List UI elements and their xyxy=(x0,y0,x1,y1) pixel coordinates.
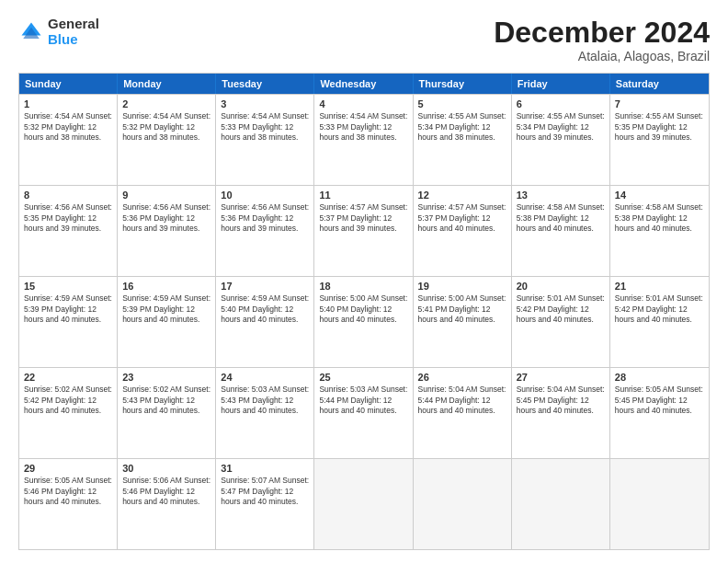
week-row-4: 22 Sunrise: 5:02 AM Sunset: 5:42 PM Dayl… xyxy=(19,367,709,458)
day-23: 23 Sunrise: 5:02 AM Sunset: 5:43 PM Dayl… xyxy=(118,368,216,458)
calendar-body: 1 Sunrise: 4:54 AM Sunset: 5:32 PM Dayli… xyxy=(19,94,709,549)
header-tuesday: Tuesday xyxy=(216,74,314,94)
day-4: 4 Sunrise: 4:54 AM Sunset: 5:33 PM Dayli… xyxy=(314,95,413,185)
day-29: 29 Sunrise: 5:05 AM Sunset: 5:46 PM Dayl… xyxy=(19,459,118,549)
logo: General Blue xyxy=(18,17,99,47)
day-13: 13 Sunrise: 4:58 AM Sunset: 5:38 PM Dayl… xyxy=(512,186,610,276)
empty-cell-3 xyxy=(512,459,610,549)
day-5: 5 Sunrise: 4:55 AM Sunset: 5:34 PM Dayli… xyxy=(414,95,512,185)
day-12: 12 Sunrise: 4:57 AM Sunset: 5:37 PM Dayl… xyxy=(414,186,512,276)
title-block: December 2024 Atalaia, Alagoas, Brazil xyxy=(494,17,710,63)
header: General Blue December 2024 Atalaia, Alag… xyxy=(18,17,710,63)
page: General Blue December 2024 Atalaia, Alag… xyxy=(0,0,728,563)
header-thursday: Thursday xyxy=(414,74,512,94)
day-9: 9 Sunrise: 4:56 AM Sunset: 5:36 PM Dayli… xyxy=(118,186,216,276)
day-18: 18 Sunrise: 5:00 AM Sunset: 5:40 PM Dayl… xyxy=(314,277,413,367)
week-row-3: 15 Sunrise: 4:59 AM Sunset: 5:39 PM Dayl… xyxy=(19,276,709,367)
day-10: 10 Sunrise: 4:56 AM Sunset: 5:36 PM Dayl… xyxy=(216,186,314,276)
week-row-2: 8 Sunrise: 4:56 AM Sunset: 5:35 PM Dayli… xyxy=(19,185,709,276)
day-3: 3 Sunrise: 4:54 AM Sunset: 5:33 PM Dayli… xyxy=(216,95,314,185)
header-sunday: Sunday xyxy=(19,74,118,94)
week-row-1: 1 Sunrise: 4:54 AM Sunset: 5:32 PM Dayli… xyxy=(19,94,709,185)
logo-icon xyxy=(18,19,44,45)
day-19: 19 Sunrise: 5:00 AM Sunset: 5:41 PM Dayl… xyxy=(414,277,512,367)
empty-cell-4 xyxy=(610,459,709,549)
empty-cell-1 xyxy=(314,459,413,549)
day-15: 15 Sunrise: 4:59 AM Sunset: 5:39 PM Dayl… xyxy=(19,277,118,367)
logo-general-text: General xyxy=(48,17,99,32)
day-1: 1 Sunrise: 4:54 AM Sunset: 5:32 PM Dayli… xyxy=(19,95,118,185)
day-7: 7 Sunrise: 4:55 AM Sunset: 5:35 PM Dayli… xyxy=(610,95,709,185)
calendar: Sunday Monday Tuesday Wednesday Thursday… xyxy=(18,73,710,550)
empty-cell-2 xyxy=(414,459,512,549)
day-30: 30 Sunrise: 5:06 AM Sunset: 5:46 PM Dayl… xyxy=(118,459,216,549)
month-title: December 2024 xyxy=(494,17,710,49)
day-11: 11 Sunrise: 4:57 AM Sunset: 5:37 PM Dayl… xyxy=(314,186,413,276)
day-25: 25 Sunrise: 5:03 AM Sunset: 5:44 PM Dayl… xyxy=(314,368,413,458)
day-6: 6 Sunrise: 4:55 AM Sunset: 5:34 PM Dayli… xyxy=(512,95,610,185)
day-17: 17 Sunrise: 4:59 AM Sunset: 5:40 PM Dayl… xyxy=(216,277,314,367)
day-26: 26 Sunrise: 5:04 AM Sunset: 5:44 PM Dayl… xyxy=(414,368,512,458)
day-8: 8 Sunrise: 4:56 AM Sunset: 5:35 PM Dayli… xyxy=(19,186,118,276)
day-28: 28 Sunrise: 5:05 AM Sunset: 5:45 PM Dayl… xyxy=(610,368,709,458)
logo-blue-text: Blue xyxy=(48,32,99,48)
day-31: 31 Sunrise: 5:07 AM Sunset: 5:47 PM Dayl… xyxy=(216,459,314,549)
day-20: 20 Sunrise: 5:01 AM Sunset: 5:42 PM Dayl… xyxy=(512,277,610,367)
header-monday: Monday xyxy=(118,74,216,94)
day-24: 24 Sunrise: 5:03 AM Sunset: 5:43 PM Dayl… xyxy=(216,368,314,458)
calendar-header: Sunday Monday Tuesday Wednesday Thursday… xyxy=(19,74,709,94)
day-14: 14 Sunrise: 4:58 AM Sunset: 5:38 PM Dayl… xyxy=(610,186,709,276)
day-16: 16 Sunrise: 4:59 AM Sunset: 5:39 PM Dayl… xyxy=(118,277,216,367)
week-row-5: 29 Sunrise: 5:05 AM Sunset: 5:46 PM Dayl… xyxy=(19,458,709,549)
day-2: 2 Sunrise: 4:54 AM Sunset: 5:32 PM Dayli… xyxy=(118,95,216,185)
header-saturday: Saturday xyxy=(610,74,709,94)
logo-text: General Blue xyxy=(48,17,99,47)
day-27: 27 Sunrise: 5:04 AM Sunset: 5:45 PM Dayl… xyxy=(512,368,610,458)
day-22: 22 Sunrise: 5:02 AM Sunset: 5:42 PM Dayl… xyxy=(19,368,118,458)
header-wednesday: Wednesday xyxy=(314,74,413,94)
location: Atalaia, Alagoas, Brazil xyxy=(494,49,710,63)
header-friday: Friday xyxy=(512,74,610,94)
day-21: 21 Sunrise: 5:01 AM Sunset: 5:42 PM Dayl… xyxy=(610,277,709,367)
